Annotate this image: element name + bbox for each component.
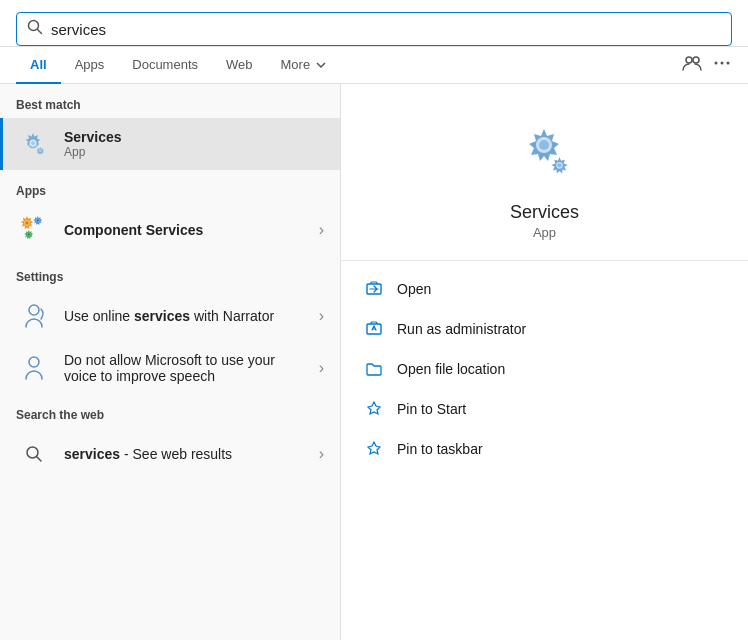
svg-point-11 bbox=[39, 150, 41, 152]
component-services-item[interactable]: Component Services bbox=[0, 204, 340, 256]
action-open-location-label: Open file location bbox=[397, 361, 505, 377]
action-open-label: Open bbox=[397, 281, 431, 297]
best-match-text: Services App bbox=[64, 129, 324, 159]
left-panel: Best match bbox=[0, 84, 340, 640]
voice-improve-item[interactable]: Do not allow Microsoft to use your voice… bbox=[0, 342, 340, 394]
svg-line-1 bbox=[38, 30, 42, 34]
web-search-item[interactable]: services - See web results bbox=[0, 428, 340, 480]
action-open[interactable]: Open bbox=[341, 269, 748, 309]
people-icon[interactable] bbox=[682, 53, 702, 78]
component-services-text: Component Services bbox=[64, 222, 311, 238]
right-panel-wrapper: Services App Open bbox=[340, 84, 748, 640]
svg-point-19 bbox=[29, 357, 39, 367]
tab-apps[interactable]: Apps bbox=[61, 47, 119, 84]
search-icon bbox=[27, 19, 43, 39]
svg-point-18 bbox=[29, 305, 39, 315]
component-services-arrow bbox=[319, 221, 324, 239]
svg-point-2 bbox=[686, 57, 692, 63]
voice-improve-text: Do not allow Microsoft to use your voice… bbox=[64, 352, 311, 384]
action-run-admin[interactable]: Run as administrator bbox=[341, 309, 748, 349]
web-search-arrow bbox=[319, 445, 324, 463]
best-match-subtitle: App bbox=[64, 145, 324, 159]
svg-point-23 bbox=[539, 140, 549, 150]
web-search-title: services - See web results bbox=[64, 446, 311, 462]
search-window: services All Apps Documents Web More bbox=[0, 0, 748, 640]
svg-point-15 bbox=[37, 219, 39, 221]
voice-improve-title: Do not allow Microsoft to use your voice… bbox=[64, 352, 311, 384]
component-services-icon bbox=[16, 212, 52, 248]
svg-point-4 bbox=[715, 61, 718, 64]
folder-icon bbox=[365, 360, 383, 378]
action-pin-start-label: Pin to Start bbox=[397, 401, 466, 417]
chevron-down-icon bbox=[315, 59, 327, 71]
svg-point-5 bbox=[721, 61, 724, 64]
more-options-icon[interactable] bbox=[712, 53, 732, 78]
action-pin-taskbar[interactable]: Pin to taskbar bbox=[341, 429, 748, 469]
tab-web[interactable]: Web bbox=[212, 47, 267, 84]
pin-taskbar-icon bbox=[365, 440, 383, 458]
svg-line-21 bbox=[37, 457, 42, 462]
svg-point-9 bbox=[31, 141, 35, 145]
search-input-container: services bbox=[16, 12, 732, 46]
web-search-icon bbox=[16, 436, 52, 472]
tab-documents[interactable]: Documents bbox=[118, 47, 212, 84]
web-search-label: Search the web bbox=[0, 394, 340, 428]
narrator-services-title: Use online services with Narrator bbox=[64, 308, 311, 324]
tab-all[interactable]: All bbox=[16, 47, 61, 84]
svg-point-25 bbox=[557, 163, 561, 167]
open-icon bbox=[365, 280, 383, 298]
right-panel: Services App Open bbox=[340, 84, 748, 640]
search-input[interactable]: services bbox=[51, 21, 721, 38]
right-top: Services App bbox=[341, 84, 748, 261]
web-search-text: services - See web results bbox=[64, 446, 311, 462]
svg-point-13 bbox=[25, 221, 28, 224]
right-actions: Open Run as administrator bbox=[341, 261, 748, 477]
services-icon bbox=[16, 126, 52, 162]
apps-section-label: Apps bbox=[0, 170, 340, 204]
best-match-item[interactable]: Services App bbox=[0, 118, 340, 170]
right-app-name: Services bbox=[510, 202, 579, 223]
action-pin-taskbar-label: Pin to taskbar bbox=[397, 441, 483, 457]
tab-more[interactable]: More bbox=[267, 47, 342, 84]
admin-icon bbox=[365, 320, 383, 338]
narrator-services-arrow bbox=[319, 307, 324, 325]
pin-icon bbox=[365, 400, 383, 418]
tabs-right-icons bbox=[682, 53, 732, 78]
best-match-title: Services bbox=[64, 129, 324, 145]
right-app-type: App bbox=[533, 225, 556, 240]
narrator-services-text: Use online services with Narrator bbox=[64, 308, 311, 324]
search-bar-row: services bbox=[0, 0, 748, 47]
component-services-title: Component Services bbox=[64, 222, 311, 238]
action-open-location[interactable]: Open file location bbox=[341, 349, 748, 389]
svg-point-17 bbox=[28, 233, 30, 235]
narrator-icon bbox=[16, 298, 52, 334]
tabs-row: All Apps Documents Web More bbox=[0, 47, 748, 84]
action-run-admin-label: Run as administrator bbox=[397, 321, 526, 337]
svg-point-6 bbox=[727, 61, 730, 64]
main-content: Best match bbox=[0, 84, 748, 640]
best-match-label: Best match bbox=[0, 84, 340, 118]
right-app-icon bbox=[509, 116, 581, 188]
action-pin-start[interactable]: Pin to Start bbox=[341, 389, 748, 429]
svg-point-3 bbox=[693, 57, 699, 63]
voice-improve-arrow bbox=[319, 359, 324, 377]
narrator-services-item[interactable]: Use online services with Narrator bbox=[0, 290, 340, 342]
settings-section-label: Settings bbox=[0, 256, 340, 290]
voice-icon bbox=[16, 350, 52, 386]
